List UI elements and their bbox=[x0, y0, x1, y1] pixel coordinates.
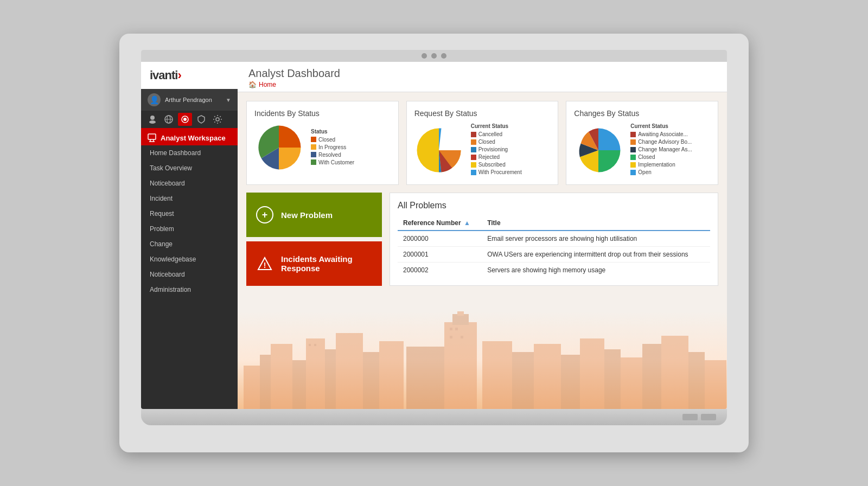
bottom-button-1 bbox=[682, 414, 698, 420]
request-pie bbox=[414, 126, 463, 175]
request-legend-title: Current Status bbox=[471, 123, 522, 129]
cell-title: OWA USers are experiencing intermittent … bbox=[482, 247, 710, 263]
sidebar-item-change[interactable]: Change bbox=[141, 236, 238, 252]
sidebar-item-problem[interactable]: Problem bbox=[141, 221, 238, 236]
sidebar-icon-person[interactable] bbox=[145, 113, 159, 126]
sidebar-item-administration[interactable]: Administration bbox=[141, 282, 238, 297]
user-name: Arthur Pendragon bbox=[165, 97, 212, 103]
bottom-button-2 bbox=[701, 414, 716, 420]
sidebar-item-request[interactable]: Request bbox=[141, 206, 238, 221]
svg-rect-42 bbox=[450, 336, 452, 338]
new-problem-tile[interactable]: + New Problem bbox=[246, 193, 382, 237]
svg-rect-30 bbox=[561, 355, 580, 409]
titlebar-dot-2 bbox=[431, 53, 437, 59]
nav-label: Incident bbox=[150, 195, 173, 202]
incidents-pie bbox=[254, 123, 303, 172]
svg-rect-28 bbox=[512, 352, 534, 409]
cell-ref: 2000002 bbox=[398, 263, 482, 278]
nav-label: Noticeboard bbox=[150, 271, 185, 278]
changes-chart-inner: Current Status Awaiting Associate... Cha… bbox=[574, 123, 710, 177]
sidebar-header: ivanti› bbox=[141, 62, 238, 89]
sidebar: ivanti› 👤 Arthur Pendragon ▼ bbox=[141, 62, 238, 409]
svg-rect-31 bbox=[580, 338, 604, 409]
nav-label: Administration bbox=[150, 286, 191, 293]
svg-point-1 bbox=[149, 120, 156, 124]
request-chart-title: Request By Status bbox=[414, 109, 551, 118]
incidents-legend-title: Status bbox=[311, 129, 354, 135]
bottom-row: + New Problem ! Incidents bbox=[246, 193, 718, 286]
home-icon: 🏠 bbox=[248, 81, 257, 88]
svg-rect-21 bbox=[363, 352, 379, 409]
nav-label: Noticeboard bbox=[150, 180, 185, 187]
svg-rect-16 bbox=[271, 344, 292, 409]
problems-title: All Problems bbox=[398, 201, 710, 210]
charts-row: Incidents By Status bbox=[246, 101, 718, 185]
svg-rect-32 bbox=[604, 349, 621, 409]
sidebar-workspace: Analyst Workspace bbox=[141, 128, 238, 145]
svg-rect-25 bbox=[457, 311, 464, 316]
col-ref-number[interactable]: Reference Number ▲ bbox=[398, 216, 482, 231]
svg-rect-23 bbox=[444, 322, 477, 409]
main-content: Analyst Dashboard 🏠 Home Incidents By St… bbox=[238, 62, 727, 409]
svg-rect-18 bbox=[306, 338, 325, 409]
incidents-awaiting-tile[interactable]: ! Incidents Awaiting Response bbox=[246, 241, 382, 286]
cell-title: Email server processors are showing high… bbox=[482, 231, 710, 247]
incidents-chart-inner: Status Closed In Progress Resolved With … bbox=[254, 123, 391, 172]
nav-label: Home Dashboard bbox=[150, 149, 201, 157]
nav-label: Knowledgebase bbox=[150, 255, 196, 263]
sidebar-item-task-overview[interactable]: Task Overview bbox=[141, 161, 238, 176]
sidebar-item-incident[interactable]: Incident bbox=[141, 191, 238, 206]
sidebar-icon-shield[interactable] bbox=[194, 113, 208, 126]
svg-rect-22 bbox=[379, 341, 404, 409]
page-title: Analyst Dashboard bbox=[248, 67, 716, 80]
svg-rect-17 bbox=[292, 360, 306, 409]
sidebar-item-home-dashboard[interactable]: Home Dashboard bbox=[141, 145, 238, 161]
new-problem-icon: + bbox=[256, 206, 273, 223]
incidents-by-status-card: Incidents By Status bbox=[246, 101, 399, 185]
table-row[interactable]: 2000000 Email server processors are show… bbox=[398, 231, 710, 247]
svg-rect-33 bbox=[621, 357, 642, 409]
incidents-chart-title: Incidents By Status bbox=[254, 109, 391, 118]
svg-rect-29 bbox=[534, 344, 561, 409]
breadcrumb-home-link[interactable]: Home bbox=[259, 81, 276, 88]
user-bar: 👤 Arthur Pendragon ▼ bbox=[141, 89, 238, 111]
request-chart-inner: Current Status Cancelled Closed Provisio… bbox=[414, 123, 551, 177]
svg-rect-19 bbox=[325, 349, 336, 409]
sidebar-icon-gear[interactable] bbox=[210, 113, 225, 126]
col-title: Title bbox=[482, 216, 710, 231]
top-header: Analyst Dashboard 🏠 Home bbox=[238, 62, 727, 92]
table-row[interactable]: 2000002 Servers are showing high memory … bbox=[398, 263, 710, 278]
cell-ref: 2000001 bbox=[398, 247, 482, 263]
incidents-legend: Status Closed In Progress Resolved With … bbox=[311, 129, 354, 167]
svg-rect-35 bbox=[661, 336, 688, 409]
sidebar-item-noticeboard-1[interactable]: Noticeboard bbox=[141, 176, 238, 191]
city-background bbox=[238, 311, 727, 409]
workspace-label: Analyst Workspace bbox=[161, 134, 226, 142]
request-by-status-card: Request By Status bbox=[406, 101, 559, 185]
svg-rect-14 bbox=[244, 366, 260, 409]
problems-panel: All Problems Reference Number ▲ bbox=[390, 193, 718, 286]
svg-rect-20 bbox=[336, 333, 363, 409]
sidebar-icon-target[interactable] bbox=[178, 113, 192, 126]
new-problem-label: New Problem bbox=[281, 210, 333, 220]
changes-by-status-card: Changes By Status bbox=[566, 101, 718, 185]
changes-chart-title: Changes By Status bbox=[574, 109, 710, 118]
sidebar-item-noticeboard-2[interactable]: Noticeboard bbox=[141, 267, 238, 282]
svg-rect-36 bbox=[688, 352, 705, 409]
user-avatar-icon: 👤 bbox=[148, 93, 161, 106]
cell-title: Servers are showing high memory usage bbox=[482, 263, 710, 278]
warning-icon: ! bbox=[256, 255, 273, 272]
workspace-icon bbox=[148, 133, 156, 142]
sidebar-item-knowledgebase[interactable]: Knowledgebase bbox=[141, 252, 238, 267]
svg-rect-27 bbox=[482, 341, 512, 409]
user-dropdown-arrow[interactable]: ▼ bbox=[226, 97, 231, 103]
svg-rect-8 bbox=[148, 134, 156, 139]
request-legend: Current Status Cancelled Closed Provisio… bbox=[471, 123, 522, 177]
nav-label: Change bbox=[150, 240, 173, 248]
table-row[interactable]: 2000001 OWA USers are experiencing inter… bbox=[398, 247, 710, 263]
svg-rect-34 bbox=[642, 344, 661, 409]
svg-point-7 bbox=[216, 118, 219, 121]
problems-table: Reference Number ▲ Title bbox=[398, 216, 710, 278]
sidebar-icon-globe[interactable] bbox=[162, 113, 176, 126]
svg-rect-39 bbox=[314, 344, 316, 346]
